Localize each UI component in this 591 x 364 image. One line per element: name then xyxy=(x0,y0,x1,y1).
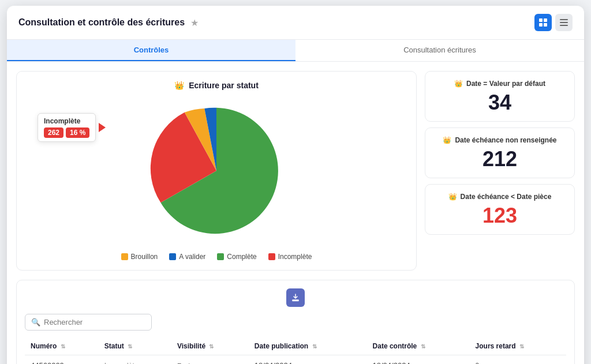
chart-tooltip: Incomplète 262 16 % xyxy=(38,113,96,142)
cell-numero: 44560000 xyxy=(25,355,99,365)
cell-statut: Incomplète xyxy=(99,355,171,365)
tooltip-percent: 16 % xyxy=(66,127,89,138)
data-table: Numéro ⇅ Statut ⇅ Visibilité ⇅ Date publ… xyxy=(25,337,566,364)
tooltip-count: 262 xyxy=(44,127,63,138)
chart-panel: 👑 Ecriture par statut Incomplète 262 16 … xyxy=(16,71,417,271)
svg-rect-0 xyxy=(539,18,543,22)
main-content: 👑 Ecriture par statut Incomplète 262 16 … xyxy=(7,62,584,280)
bottom-header xyxy=(25,288,566,307)
legend-label-avalider: A valider xyxy=(179,253,205,261)
header: Consultation et contrôle des écritures ★ xyxy=(7,6,584,40)
grid-view-button[interactable] xyxy=(534,14,552,31)
tooltip-label: Incomplète xyxy=(44,117,89,125)
svg-rect-3 xyxy=(544,23,547,27)
tab-controles[interactable]: Contrôles xyxy=(7,40,296,61)
sort-icon-date-ctrl[interactable]: ⇅ xyxy=(421,343,425,350)
chart-area: Incomplète 262 16 % xyxy=(26,96,407,246)
stat-card-0: 👑 Date = Valeur par défaut 34 xyxy=(425,71,575,122)
sort-icon-visibilite[interactable]: ⇅ xyxy=(209,343,214,350)
stat-value-0: 34 xyxy=(436,92,564,113)
stat-title-2: 👑 Date échéance < Date pièce xyxy=(436,193,564,201)
sort-icon-statut[interactable]: ⇅ xyxy=(128,343,132,350)
svg-rect-1 xyxy=(544,18,547,22)
legend-label-brouillon: Brouillon xyxy=(131,253,158,261)
crown-icon: 👑 xyxy=(174,81,184,90)
legend-dot-avalider xyxy=(169,253,176,260)
sort-icon-retard[interactable]: ⇅ xyxy=(519,343,524,350)
table-body: 44560000 Incomplète EquipeCompta 18/04/2… xyxy=(25,355,566,365)
legend-dot-complete xyxy=(217,253,224,260)
col-visibilite: Visibilité ⇅ xyxy=(171,337,249,355)
stat-card-2: 👑 Date échéance < Date pièce 123 xyxy=(425,184,575,235)
stat-value-1: 212 xyxy=(436,149,564,170)
legend-incomplete: Incomplète xyxy=(268,253,312,261)
export-button[interactable] xyxy=(286,288,305,307)
crown-icon-1: 👑 xyxy=(443,136,451,144)
col-date-publication: Date publication ⇅ xyxy=(249,337,367,355)
crown-icon-0: 👑 xyxy=(454,80,463,88)
table-row[interactable]: 44560000 Incomplète EquipeCompta 18/04/2… xyxy=(25,355,566,365)
header-right xyxy=(534,14,573,31)
sort-icon-date-pub[interactable]: ⇅ xyxy=(312,343,317,350)
stat-value-2: 123 xyxy=(436,205,564,226)
stat-title-1: 👑 Date échéance non renseignée xyxy=(436,136,564,144)
legend-brouillon: Brouillon xyxy=(121,253,158,261)
cell-visibilite: EquipeCompta xyxy=(171,355,249,365)
bottom-panel: 🔍 Numéro ⇅ Statut ⇅ Visibilité ⇅ xyxy=(16,280,575,364)
tabs: Contrôles Consultation écritures xyxy=(7,40,584,62)
legend-complete: Complète xyxy=(217,253,256,261)
app-window: Consultation et contrôle des écritures ★ xyxy=(7,6,584,364)
col-numero: Numéro ⇅ xyxy=(25,337,99,355)
search-icon: 🔍 xyxy=(31,318,40,327)
search-input[interactable] xyxy=(44,318,145,327)
tooltip-badges: 262 16 % xyxy=(44,127,89,138)
tooltip-arrow xyxy=(99,123,106,132)
chart-title: 👑 Ecriture par statut xyxy=(26,81,407,90)
search-bar[interactable]: 🔍 xyxy=(25,314,152,331)
cell-date-ctrl: 18/04/2024 xyxy=(367,355,470,365)
chart-legend: Brouillon A valider Complète Incomplète xyxy=(26,253,407,261)
col-statut: Statut ⇅ xyxy=(99,337,171,355)
legend-dot-brouillon xyxy=(121,253,128,260)
svg-rect-5 xyxy=(560,22,568,23)
legend-dot-incomplete xyxy=(268,253,275,260)
header-left: Consultation et contrôle des écritures ★ xyxy=(18,17,199,28)
cell-date-pub: 18/04/2024 xyxy=(249,355,367,365)
col-jours-retard: Jours retard ⇅ xyxy=(470,337,566,355)
tab-consultation[interactable]: Consultation écritures xyxy=(296,40,584,61)
legend-avalider: A valider xyxy=(169,253,205,261)
svg-rect-4 xyxy=(560,19,568,20)
table-header-row: Numéro ⇅ Statut ⇅ Visibilité ⇅ Date publ… xyxy=(25,337,566,355)
list-view-button[interactable] xyxy=(555,14,573,31)
legend-label-complete: Complète xyxy=(227,253,256,261)
stat-cards-panel: 👑 Date = Valeur par défaut 34 👑 Date éch… xyxy=(425,71,575,271)
col-date-controle: Date contrôle ⇅ xyxy=(367,337,470,355)
stat-title-0: 👑 Date = Valeur par défaut xyxy=(436,80,564,88)
svg-rect-2 xyxy=(539,23,543,27)
sort-icon-numero[interactable]: ⇅ xyxy=(61,343,65,350)
svg-rect-6 xyxy=(560,25,568,26)
favorite-icon[interactable]: ★ xyxy=(190,17,199,28)
stat-card-1: 👑 Date échéance non renseignée 212 xyxy=(425,127,575,178)
pie-chart xyxy=(150,104,283,237)
legend-label-incomplete: Incomplète xyxy=(278,253,312,261)
crown-icon-2: 👑 xyxy=(448,193,457,201)
cell-retard: 0 xyxy=(470,355,566,365)
page-title: Consultation et contrôle des écritures xyxy=(18,17,185,28)
